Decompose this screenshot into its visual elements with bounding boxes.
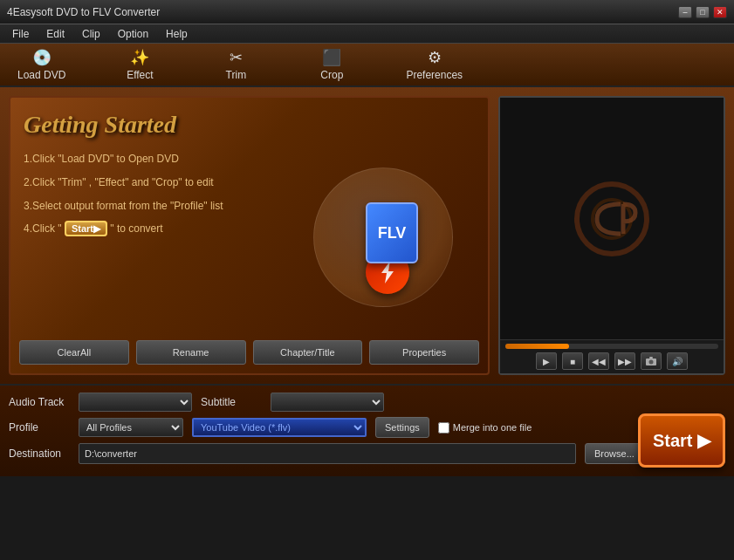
camera-icon [646, 357, 656, 365]
merge-checkbox-label[interactable]: Merge into one file [438, 422, 532, 434]
load-dvd-button[interactable]: 💿 Load DVD [9, 44, 74, 85]
maximize-button[interactable]: □ [696, 6, 710, 18]
trim-icon: ✂ [230, 48, 243, 67]
preferences-label: Preferences [406, 69, 463, 81]
menu-option[interactable]: Option [109, 26, 157, 42]
audio-subtitle-row: Audio Track Subtitle [9, 393, 725, 412]
minimize-button[interactable]: – [678, 6, 692, 18]
audio-track-select[interactable] [79, 393, 192, 412]
load-dvd-icon: 💿 [32, 48, 51, 67]
menu-clip[interactable]: Clip [73, 26, 109, 42]
subtitle-label: Subtitle [201, 396, 262, 408]
close-button[interactable]: ✕ [713, 6, 727, 18]
profile-category-select[interactable]: All Profiles [79, 418, 183, 437]
rename-button[interactable]: Rename [136, 340, 246, 365]
preferences-icon: ⚙ [428, 48, 442, 67]
play-button[interactable]: ▶ [536, 352, 557, 370]
snapshot-button[interactable] [641, 352, 662, 370]
svg-point-4 [649, 360, 654, 365]
speaker-button[interactable]: 🔊 [667, 352, 688, 370]
step4-start-highlight: Start▶ [65, 221, 107, 236]
merge-label: Merge into one file [453, 422, 532, 433]
destination-input[interactable] [79, 443, 576, 464]
start-button[interactable]: Start ▶ [638, 413, 725, 468]
profile-format-select[interactable]: YouTube Video (*.flv) [192, 418, 367, 437]
effect-icon: ✨ [130, 48, 149, 67]
crop-button[interactable]: ⬛ Crop [301, 44, 362, 85]
preview-logo [573, 180, 651, 258]
settings-button[interactable]: Settings [375, 417, 429, 438]
preferences-button[interactable]: ⚙ Preferences [397, 44, 471, 85]
bottom-wrapper: Audio Track Subtitle Profile All Profile… [0, 384, 734, 476]
forward-button[interactable]: ▶▶ [614, 352, 635, 370]
destination-label: Destination [9, 447, 70, 460]
profile-row: Profile All Profiles YouTube Video (*.fl… [9, 417, 725, 438]
video-controls: ▶ ■ ◀◀ ▶▶ 🔊 [500, 339, 724, 373]
title-bar: 4Easysoft DVD to FLV Converter – □ ✕ [0, 0, 734, 24]
menu-help[interactable]: Help [157, 26, 196, 42]
progress-bar[interactable] [505, 344, 718, 349]
left-panel: Getting Started 1.Click "Load DVD" to Op… [9, 96, 490, 375]
stop-button[interactable]: ■ [562, 352, 583, 370]
crop-label: Crop [320, 69, 343, 81]
getting-started-title: Getting Started [24, 111, 475, 139]
destination-row: Destination Browse... Open Folder [9, 443, 725, 464]
video-area [500, 98, 724, 339]
toolbar: 💿 Load DVD ✨ Effect ✂ Trim ⬛ Crop ⚙ Pref… [0, 44, 734, 87]
menu-edit[interactable]: Edit [38, 26, 73, 42]
svg-rect-5 [649, 357, 653, 359]
app-title: 4Easysoft DVD to FLV Converter [7, 6, 160, 18]
browse-button[interactable]: Browse... [585, 443, 644, 464]
rewind-button[interactable]: ◀◀ [588, 352, 609, 370]
profile-label: Profile [9, 421, 70, 434]
audio-track-label: Audio Track [9, 396, 70, 408]
load-dvd-label: Load DVD [17, 69, 65, 81]
bottom-section: Audio Track Subtitle Profile All Profile… [0, 384, 734, 476]
window-controls: – □ ✕ [678, 6, 727, 18]
progress-fill [505, 344, 569, 349]
svg-point-1 [577, 184, 647, 254]
clear-all-button[interactable]: ClearAll [19, 340, 129, 365]
control-buttons: ▶ ■ ◀◀ ▶▶ 🔊 [505, 352, 718, 370]
video-preview-panel: ▶ ■ ◀◀ ▶▶ 🔊 [498, 96, 725, 375]
trim-button[interactable]: ✂ Trim [205, 44, 266, 85]
menu-file[interactable]: File [3, 26, 38, 42]
properties-button[interactable]: Properties [369, 340, 479, 365]
start-button-label: Start ▶ [653, 430, 710, 451]
effect-button[interactable]: ✨ Effect [109, 44, 170, 85]
merge-checkbox[interactable] [438, 422, 449, 434]
crop-icon: ⬛ [322, 48, 341, 67]
step-1: 1.Click "Load DVD" to Open DVD [24, 152, 475, 167]
effect-label: Effect [127, 69, 153, 81]
svg-marker-0 [381, 261, 394, 283]
menu-bar: File Edit Clip Option Help [0, 24, 734, 44]
subtitle-select[interactable] [271, 393, 384, 412]
flv-icon-group: FLV [366, 202, 418, 294]
main-content: Getting Started 1.Click "Load DVD" to Op… [0, 87, 734, 384]
chapter-title-button[interactable]: Chapter/Title [253, 340, 363, 365]
panel-buttons: ClearAll Rename Chapter/Title Properties [19, 340, 479, 365]
flv-badge: FLV [366, 202, 418, 263]
trim-label: Trim [226, 69, 247, 81]
